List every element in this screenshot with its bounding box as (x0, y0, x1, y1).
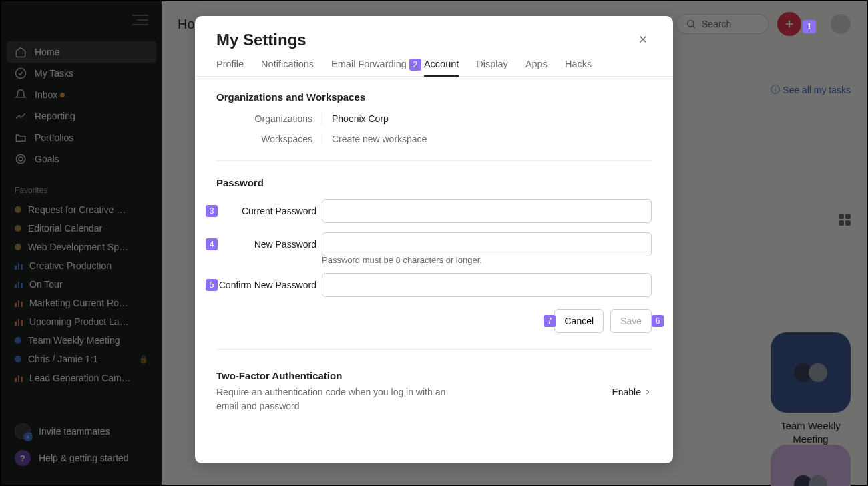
button-badge: 7 (544, 315, 556, 327)
overlay-badge: 1 (803, 20, 816, 33)
save-button[interactable]: Save (610, 309, 652, 333)
close-icon (637, 33, 649, 45)
password-section-title: Password (216, 177, 652, 188)
create-workspace-link[interactable]: Create new workspace (322, 134, 652, 144)
organizations-value: Phoenix Corp (322, 113, 652, 124)
twofa-enable-button[interactable]: Enable (612, 387, 652, 397)
twofa-description: Require an authentication code when you … (216, 385, 457, 413)
workspaces-label: Workspaces (216, 134, 322, 144)
new-password-label: New Password (216, 238, 322, 250)
tab-hacks[interactable]: Hacks (565, 59, 592, 76)
button-badge: 6 (652, 315, 664, 327)
new-password-input[interactable] (322, 232, 652, 256)
twofa-title: Two-Factor Authentication (216, 370, 457, 381)
modal-title: My Settings (216, 31, 306, 49)
confirm-password-label: Confirm New Password (216, 279, 322, 291)
tab-account[interactable]: 2 Account (424, 59, 459, 76)
password-hint: Password must be 8 characters or longer. (322, 255, 652, 265)
settings-modal: My Settings Profile Notifications Email … (195, 16, 673, 463)
tab-notifications[interactable]: Notifications (261, 59, 314, 76)
tab-badge: 2 (409, 59, 421, 71)
tab-profile[interactable]: Profile (216, 59, 244, 76)
field-badge: 5 (206, 279, 218, 291)
confirm-password-input[interactable] (322, 273, 652, 297)
current-password-input[interactable] (322, 199, 652, 223)
field-badge: 4 (206, 238, 218, 250)
chevron-right-icon (644, 388, 652, 396)
cancel-button[interactable]: Cancel (554, 309, 604, 333)
tab-display[interactable]: Display (476, 59, 508, 76)
current-password-label: Current Password (216, 205, 322, 217)
organizations-label: Organizations (216, 113, 322, 124)
tab-apps[interactable]: Apps (525, 59, 548, 76)
tab-email-forwarding[interactable]: Email Forwarding (331, 59, 407, 76)
modal-close-button[interactable] (634, 31, 652, 48)
field-badge: 3 (206, 205, 218, 217)
org-section-title: Organizations and Workspaces (216, 91, 652, 103)
